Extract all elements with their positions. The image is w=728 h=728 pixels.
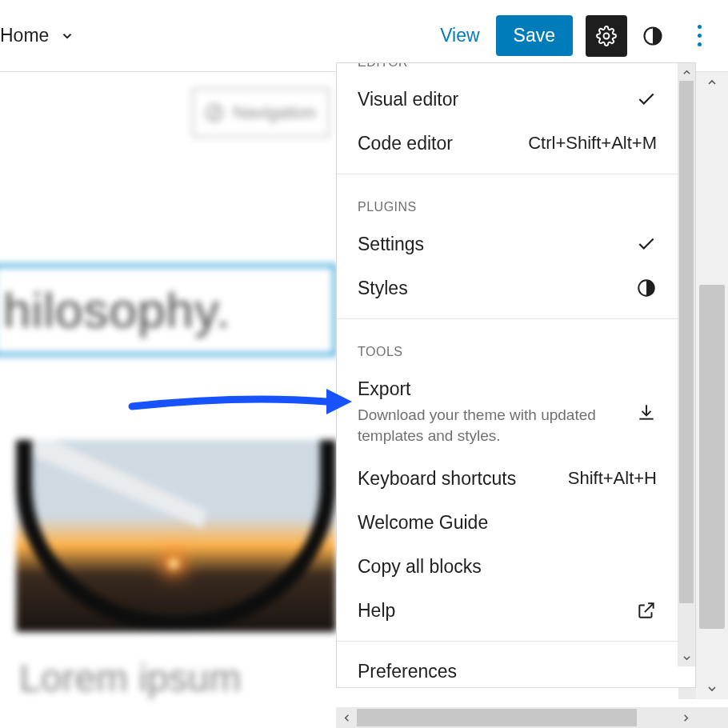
options-dropdown: EDITOR Visual editor Code editor Ctrl+Sh… <box>336 62 696 688</box>
menu-item-welcome-guide[interactable]: Welcome Guide <box>337 501 678 545</box>
scrollbar-thumb[interactable] <box>357 709 637 726</box>
menu-vertical-scrollbar[interactable] <box>678 63 695 666</box>
scrollbar-thumb[interactable] <box>679 81 694 603</box>
menu-item-keyboard-shortcuts[interactable]: Keyboard shortcuts Shift+Alt+H <box>337 457 678 501</box>
scroll-up-button[interactable] <box>696 72 728 93</box>
menu-item-preferences[interactable]: Preferences <box>337 650 678 687</box>
view-button[interactable]: View <box>424 25 495 46</box>
menu-label: Welcome Guide <box>358 512 488 534</box>
menu-item-export[interactable]: Export Download your theme with updated … <box>337 367 678 457</box>
options-menu-button[interactable] <box>678 15 720 57</box>
scroll-down-button[interactable] <box>696 678 728 699</box>
menu-label: Copy all blocks <box>358 556 482 578</box>
kebab-icon <box>698 22 702 49</box>
home-label: Home <box>0 25 49 46</box>
nav-pill-label: Navigation <box>233 102 316 123</box>
menu-item-visual-editor[interactable]: Visual editor <box>337 78 678 122</box>
menu-item-help[interactable]: Help <box>337 589 678 633</box>
menu-separator <box>337 641 678 642</box>
external-link-icon <box>636 600 657 621</box>
menu-label: Help <box>358 600 395 622</box>
menu-label: Visual editor <box>358 89 458 110</box>
scrollbar-corner <box>696 707 728 728</box>
navigation-block[interactable]: Navigation <box>192 88 330 138</box>
menu-horizontal-scrollbar[interactable] <box>336 707 696 728</box>
scroll-up-button[interactable] <box>678 63 695 81</box>
gear-icon <box>596 26 617 46</box>
menu-description: Download your theme with updated templat… <box>358 405 598 446</box>
scroll-right-button[interactable] <box>675 707 696 728</box>
styles-button[interactable] <box>632 15 674 57</box>
scroll-down-button[interactable] <box>678 649 695 666</box>
compass-icon <box>206 104 223 122</box>
svg-point-0 <box>604 33 610 38</box>
menu-shortcut: Ctrl+Shift+Alt+M <box>528 133 657 154</box>
paragraph-text: Lorem ipsum <box>19 657 241 699</box>
paragraph-block[interactable]: Lorem ipsum <box>19 656 241 700</box>
check-icon <box>636 89 657 110</box>
chevron-down-icon <box>60 29 74 43</box>
menu-item-settings[interactable]: Settings <box>337 222 678 266</box>
menu-item-code-editor[interactable]: Code editor Ctrl+Shift+Alt+M <box>337 122 678 166</box>
save-label: Save <box>514 25 555 46</box>
menu-label: Preferences <box>358 661 457 682</box>
check-icon <box>636 234 657 254</box>
view-label: View <box>440 25 479 46</box>
contrast-icon <box>636 278 657 298</box>
menu-separator <box>337 318 678 319</box>
menu-shortcut: Shift+Alt+H <box>568 468 657 489</box>
scrollbar-thumb[interactable] <box>699 285 725 629</box>
menu-item-copy-all-blocks[interactable]: Copy all blocks <box>337 545 678 589</box>
settings-button[interactable] <box>586 15 627 57</box>
heading-block[interactable]: hilosophy. <box>0 264 336 356</box>
menu-label: Code editor <box>358 133 453 154</box>
contrast-icon <box>642 25 664 47</box>
menu-label: Styles <box>358 278 408 299</box>
menu-label: Keyboard shortcuts <box>358 468 516 490</box>
heading-text: hilosophy. <box>3 282 231 338</box>
outer-vertical-scrollbar[interactable] <box>696 72 728 699</box>
menu-item-styles[interactable]: Styles <box>337 266 678 310</box>
topbar: Home View Save <box>0 0 728 72</box>
scroll-left-button[interactable] <box>336 707 357 728</box>
group-label-editor: EDITOR <box>337 63 678 78</box>
menu-separator <box>337 174 678 174</box>
group-label-plugins: PLUGINS <box>337 182 678 222</box>
image-block[interactable] <box>16 440 336 632</box>
group-label-tools: TOOLS <box>337 327 678 367</box>
download-icon <box>636 402 657 422</box>
menu-label: Settings <box>358 234 424 255</box>
save-button[interactable]: Save <box>496 15 573 56</box>
menu-label: Export <box>358 378 598 400</box>
site-home-button[interactable]: Home <box>0 25 74 46</box>
